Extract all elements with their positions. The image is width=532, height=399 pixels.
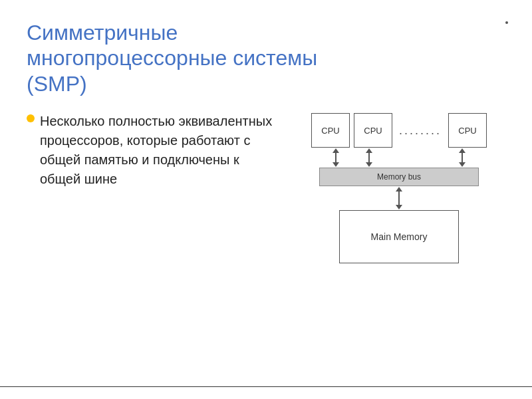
- text-section: Несколько полностью эквивалентных процес…: [27, 106, 293, 386]
- arrowhead-down-2: [366, 162, 372, 167]
- bottom-divider: [0, 386, 532, 387]
- slide: Симметричные многопроцессорные системы (…: [0, 0, 532, 399]
- content-area: Несколько полностью эквивалентных процес…: [27, 106, 505, 386]
- arrow-line-2: [368, 153, 370, 162]
- diagram-section: CPU CPU ........ CPU: [293, 106, 505, 386]
- bullet-dot: [27, 114, 35, 122]
- cpu-row: CPU CPU ........ CPU: [311, 113, 487, 148]
- arrow-2: [366, 148, 372, 167]
- arrowhead-down-3: [459, 162, 466, 167]
- bullet-item: Несколько полностью эквивалентных процес…: [27, 112, 279, 189]
- arrows-from-cpus: [319, 148, 479, 168]
- arrowhead-up-3: [459, 148, 466, 153]
- bullet-text: Несколько полностью эквивалентных процес…: [40, 112, 279, 189]
- arrowhead-down-1: [332, 162, 339, 167]
- cpu-box-3: CPU: [448, 113, 487, 148]
- arrowhead-down-4: [396, 205, 402, 209]
- arrow-3: [459, 148, 466, 167]
- dots-separator: ........: [396, 113, 444, 148]
- arrowhead-up-4: [396, 187, 402, 192]
- cpu-box-2: CPU: [354, 113, 392, 148]
- arrowhead-up-1: [332, 148, 339, 153]
- arrow-line-3: [462, 153, 463, 162]
- memory-bus: Memory bus: [319, 168, 479, 186]
- slide-title: Симметричные многопроцессорные системы (…: [27, 20, 319, 96]
- arrow-1: [332, 148, 339, 167]
- cpu-box-1: CPU: [311, 113, 350, 148]
- diagram: CPU CPU ........ CPU: [309, 113, 489, 263]
- arrowhead-up-2: [366, 148, 372, 153]
- arrow-line-4: [398, 192, 400, 205]
- arrow-to-memory: [396, 186, 402, 210]
- arrow-line-1: [335, 153, 336, 162]
- main-memory-box: Main Memory: [339, 210, 459, 263]
- decorative-dot: [505, 21, 508, 24]
